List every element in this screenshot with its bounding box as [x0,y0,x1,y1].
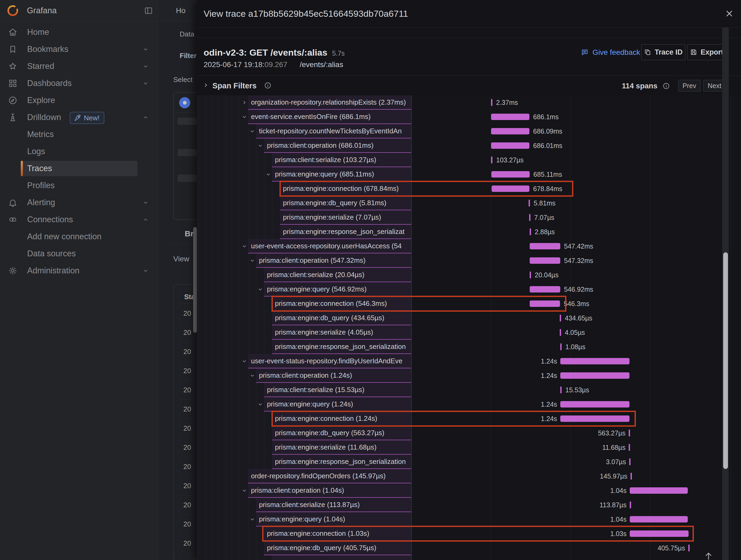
sidebar-item-explore[interactable]: Explore [0,92,158,109]
span-name-cell[interactable]: prisma:engine:db_query (5.81ms) [280,196,411,210]
span-bar[interactable] [560,314,561,322]
expander-down-icon[interactable] [257,401,264,408]
span-row[interactable]: prisma:engine:db_query (563.27µs)563.27µ… [197,426,741,440]
expander-right-icon[interactable] [241,99,248,106]
export-button[interactable]: Export [687,44,726,60]
span-row[interactable]: event-service.eventIsOnFire (686.1ms)686… [197,110,741,124]
span-bar[interactable] [630,516,688,522]
span-row[interactable]: prisma:engine:response_json_serializatio… [197,340,741,354]
span-bar[interactable] [560,372,629,379]
span-row[interactable]: prisma:engine:query (1.24s)1.24s [197,397,741,412]
span-name-cell[interactable]: user-event-access-repository.userHasAcce… [248,239,411,254]
sidebar-item-home[interactable]: Home [0,24,158,41]
span-bar[interactable] [560,343,561,350]
span-bar[interactable] [530,243,560,250]
span-row[interactable]: order-repository.findOpenOrders (145.97µ… [197,469,741,483]
span-name-cell[interactable]: prisma:engine:query (685.11ms) [272,167,411,182]
expander-down-icon[interactable] [241,358,248,364]
span-row[interactable]: user-event-status-repository.findByUserI… [197,354,741,368]
sidebar-item-metrics[interactable]: Metrics [0,126,158,143]
scroll-to-top-icon[interactable] [703,550,714,560]
give-feedback-link[interactable]: Give feedback [581,45,640,60]
span-name-cell[interactable]: prisma:engine:db_query (405.75µs) [264,541,411,555]
span-bar[interactable] [530,286,560,292]
chevron-right-icon[interactable] [202,82,209,89]
span-name-cell[interactable]: prisma:client:operation (1.04s) [248,483,411,498]
span-bar[interactable] [629,458,630,465]
span-bar[interactable] [688,545,690,552]
expander-down-icon[interactable] [249,372,256,379]
span-name-cell[interactable]: prisma:client:serialize (20.04µs) [264,268,411,282]
span-bar[interactable] [491,171,530,178]
span-row[interactable]: prisma:engine:serialize (4.05µs)4.05µs [197,325,741,340]
span-bar[interactable] [630,487,688,494]
span-name-cell[interactable]: prisma:engine:serialize (7.07µs) [280,210,411,225]
expander-down-icon[interactable] [249,257,256,264]
span-bar[interactable] [630,501,631,508]
span-name-cell[interactable]: prisma:engine:response_json_serializat [280,225,411,239]
span-name-cell[interactable]: prisma:engine:query (546.92ms) [264,282,411,296]
span-row[interactable]: prisma:client:operation (1.24s)1.24s [197,368,741,383]
sidebar-item-logs[interactable]: Logs [0,143,158,160]
span-row[interactable]: prisma:client:serialize (20.04µs)20.04µs [197,268,741,282]
span-row[interactable]: prisma:engine:response_json_serializatio… [197,454,741,469]
span-row[interactable]: prisma:engine:db_query (5.81ms)5.81ms [197,196,741,210]
prev-span-button[interactable]: Prev [678,80,700,91]
span-row[interactable]: prisma:client:serialize (113.87µs)113.87… [197,498,741,512]
sidebar-item-add-new-connection[interactable]: Add new connection [0,228,158,245]
span-bar[interactable] [491,156,492,163]
span-bar[interactable] [491,142,529,149]
sidebar-item-dashboards[interactable]: Dashboards [0,75,158,92]
expander-down-icon[interactable] [241,243,248,250]
span-bar[interactable] [491,128,529,134]
span-name-cell[interactable]: order-repository.findOpenOrders (145.97µ… [248,469,411,483]
span-name-cell[interactable] [272,555,411,560]
span-row[interactable]: prisma:engine:query (1.04s)1.04s [197,512,741,527]
span-bar[interactable] [629,430,630,436]
info-icon[interactable] [663,82,670,90]
expander-down-icon[interactable] [257,142,264,149]
span-row[interactable]: prisma:engine:response_json_serializat2.… [197,225,741,239]
sidebar-item-traces[interactable]: Traces [0,160,158,177]
span-bar[interactable] [491,99,492,106]
sidebar-item-connections[interactable]: Connections [0,211,158,228]
close-icon[interactable] [725,9,734,18]
span-row[interactable]: prisma:engine:serialize (7.07µs)7.07µs [197,210,741,225]
span-name-cell[interactable]: event-service.eventIsOnFire (686.1ms) [248,110,411,124]
drawer-scrollbar-thumb[interactable] [723,252,728,469]
span-row[interactable]: organization-repository.relationshipExis… [197,95,741,110]
span-row[interactable]: prisma:engine:serialize (11.68µs)11.68µs [197,440,741,454]
span-bar[interactable] [491,114,529,120]
sidebar-item-administration[interactable]: Administration [0,262,158,279]
span-name-cell[interactable]: ticket-repository.countNewTicketsByEvent… [256,124,411,138]
span-name-cell[interactable]: prisma:client:serialize (103.27µs) [272,153,411,167]
span-bar[interactable] [530,257,560,264]
span-bar[interactable] [560,387,561,394]
info-icon[interactable] [264,82,271,89]
span-row[interactable]: ticket-repository.countNewTicketsByEvent… [197,124,741,138]
span-bar[interactable] [529,214,531,221]
span-row[interactable]: prisma:client:operation (686.01ms)686.01… [197,138,741,153]
span-row[interactable]: prisma:engine:db_query (405.75µs)405.75µ… [197,541,741,555]
span-row[interactable]: prisma:client:serialize (103.27µs)103.27… [197,153,741,167]
span-row[interactable]: prisma:engine:db_query (434.65µs)434.65µ… [197,311,741,325]
span-name-cell[interactable]: prisma:client:operation (1.24s) [256,368,411,383]
dock-sidebar-icon[interactable] [143,6,154,15]
span-name-cell[interactable]: prisma:engine:response_json_serializatio… [272,454,411,469]
span-bar[interactable] [630,473,632,480]
span-bar[interactable] [560,401,629,408]
expander-down-icon[interactable] [241,114,248,120]
span-bar[interactable] [529,200,530,207]
span-name-cell[interactable]: prisma:client:serialize (15.53µs) [264,383,411,397]
expander-down-icon[interactable] [241,487,248,494]
span-row[interactable]: user-event-access-repository.userHasAcce… [197,239,741,254]
span-row[interactable]: prisma:client:operation (1.04s)1.04s [197,483,741,498]
sidebar-item-bookmarks[interactable]: Bookmarks [0,41,158,58]
expander-down-icon[interactable] [265,171,271,178]
sidebar-item-data-sources[interactable]: Data sources [0,245,158,262]
span-name-cell[interactable]: prisma:engine:serialize (11.68µs) [272,440,411,454]
span-row[interactable]: prisma:engine:query (685.11ms)685.11ms [197,167,741,182]
span-name-cell[interactable]: prisma:engine:serialize (4.05µs) [272,325,411,340]
span-bar[interactable] [560,358,629,364]
span-name-cell[interactable]: prisma:engine:db_query (563.27µs) [272,426,411,440]
